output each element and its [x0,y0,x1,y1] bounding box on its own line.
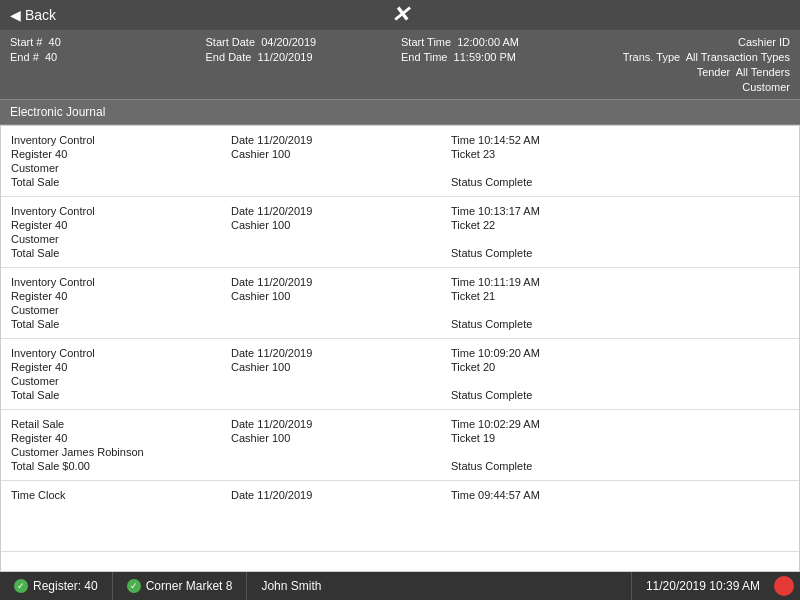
entry-line: Cashier 100 [231,361,451,373]
entry-line: Status Complete [451,247,789,259]
entry-line: Total Sale [11,176,231,188]
back-button[interactable]: ◀ Back [10,7,56,23]
entry-line: Register 40 [11,148,231,160]
entry-line: Time 09:44:57 AM [451,489,789,501]
tender: Tender All Tenders [697,66,790,78]
entry-line: Status Complete [451,389,789,401]
back-label: Back [25,7,56,23]
user-segment: John Smith [247,572,632,600]
datetime-segment: 11/20/2019 10:39 AM [632,576,800,596]
entry-col2: Date 11/20/2019Cashier 100 [231,205,451,259]
entry-line: Time 10:09:20 AM [451,347,789,359]
entry-col3: Time 10:11:19 AMTicket 21 Status Complet… [451,276,789,330]
filter-dates: Start Date 04/20/2019 End Date 11/20/201… [206,36,400,93]
entry-line: Time Clock [11,489,231,501]
entry-col2: Date 11/20/2019Cashier 100 [231,418,451,472]
entry-col2: Date 11/20/2019 [231,489,451,543]
entry-line: Inventory Control [11,276,231,288]
journal-entry[interactable]: Retail SaleRegister 40Customer James Rob… [1,410,799,481]
entry-line: Cashier 100 [231,148,451,160]
entry-line: Register 40 [11,432,231,444]
journal-entry[interactable]: Time Clock Date 11/20/2019 Time 09:44:57… [1,481,799,552]
entry-col3: Time 10:02:29 AMTicket 19 Status Complet… [451,418,789,472]
filter-trans: Cashier ID Trans. Type All Transaction T… [597,36,791,93]
status-bar: ✓ Register: 40 ✓ Corner Market 8 John Sm… [0,572,800,600]
filter-bar: Start # 40 End # 40 Start Date 04/20/201… [0,30,800,99]
entry-col3: Time 10:09:20 AMTicket 20 Status Complet… [451,347,789,401]
entry-line: Cashier 100 [231,219,451,231]
entry-col2: Date 11/20/2019Cashier 100 [231,134,451,188]
entry-line: Ticket 19 [451,432,789,444]
entry-line: Time 10:14:52 AM [451,134,789,146]
entry-line: Register 40 [11,361,231,373]
entry-line: Time 10:02:29 AM [451,418,789,430]
datetime-label: 11/20/2019 10:39 AM [632,579,774,593]
main-content[interactable]: Inventory ControlRegister 40CustomerTota… [0,125,800,572]
filter-start-end: Start # 40 End # 40 [10,36,204,93]
end-number: End # 40 [10,51,204,63]
cashier-id: Cashier ID [738,36,790,48]
register-label: Register: 40 [33,579,98,593]
journal-entry[interactable]: Inventory ControlRegister 40CustomerTota… [1,268,799,339]
entry-line: Inventory Control [11,134,231,146]
entry-line: Inventory Control [11,347,231,359]
trans-type: Trans. Type All Transaction Types [623,51,790,63]
entry-line: Ticket 20 [451,361,789,373]
entry-col1: Inventory ControlRegister 40CustomerTota… [11,205,231,259]
journal-entry[interactable]: Inventory ControlRegister 40CustomerTota… [1,126,799,197]
entry-line: Register 40 [11,219,231,231]
entry-col2: Date 11/20/2019Cashier 100 [231,276,451,330]
entry-line: Total Sale [11,318,231,330]
entry-line: Date 11/20/2019 [231,418,451,430]
store-segment: ✓ Corner Market 8 [113,572,248,600]
entry-line: Customer [11,304,231,316]
entry-line: Customer [11,233,231,245]
entry-col1: Time Clock [11,489,231,543]
entry-line: Date 11/20/2019 [231,489,451,501]
power-icon[interactable] [774,576,794,596]
entry-col1: Inventory ControlRegister 40CustomerTota… [11,347,231,401]
entry-line: Total Sale [11,389,231,401]
entry-line: Date 11/20/2019 [231,205,451,217]
register-segment: ✓ Register: 40 [0,572,113,600]
entry-col1: Inventory ControlRegister 40CustomerTota… [11,134,231,188]
entry-col3: Time 10:14:52 AMTicket 23 Status Complet… [451,134,789,188]
register-status-dot: ✓ [14,579,28,593]
filter-times: Start Time 12:00:00 AM End Time 11:59:00… [401,36,595,93]
entry-col1: Inventory ControlRegister 40CustomerTota… [11,276,231,330]
entry-line: Cashier 100 [231,432,451,444]
entry-line: Date 11/20/2019 [231,134,451,146]
start-number: Start # 40 [10,36,204,48]
journal-entry[interactable]: Inventory ControlRegister 40CustomerTota… [1,339,799,410]
entry-line: Status Complete [451,318,789,330]
entry-line: Customer [11,162,231,174]
entry-line: Retail Sale [11,418,231,430]
entry-line: Ticket 22 [451,219,789,231]
logo-icon: ✕ [391,2,409,28]
start-date: Start Date 04/20/2019 [206,36,400,48]
entry-line: Status Complete [451,460,789,472]
entry-line: Ticket 21 [451,290,789,302]
entry-line: Customer [11,375,231,387]
section-title: Electronic Journal [10,105,105,119]
entry-line: Date 11/20/2019 [231,347,451,359]
entry-col3: Time 10:13:17 AMTicket 22 Status Complet… [451,205,789,259]
journal-entry[interactable]: Inventory ControlRegister 40CustomerTota… [1,197,799,268]
user-label: John Smith [261,579,321,593]
entry-line: Ticket 23 [451,148,789,160]
store-status-dot: ✓ [127,579,141,593]
store-label: Corner Market 8 [146,579,233,593]
customer-label: Customer [742,81,790,93]
start-time: Start Time 12:00:00 AM [401,36,595,48]
entry-line: Inventory Control [11,205,231,217]
entry-line: Time 10:13:17 AM [451,205,789,217]
entry-line: Status Complete [451,176,789,188]
entry-line: Time 10:11:19 AM [451,276,789,288]
top-bar: ◀ Back ✕ [0,0,800,30]
entry-line: Total Sale $0.00 [11,460,231,472]
section-header: Electronic Journal [0,99,800,125]
entry-col1: Retail SaleRegister 40Customer James Rob… [11,418,231,472]
entry-line: Total Sale [11,247,231,259]
entry-col2: Date 11/20/2019Cashier 100 [231,347,451,401]
entry-line: Cashier 100 [231,290,451,302]
